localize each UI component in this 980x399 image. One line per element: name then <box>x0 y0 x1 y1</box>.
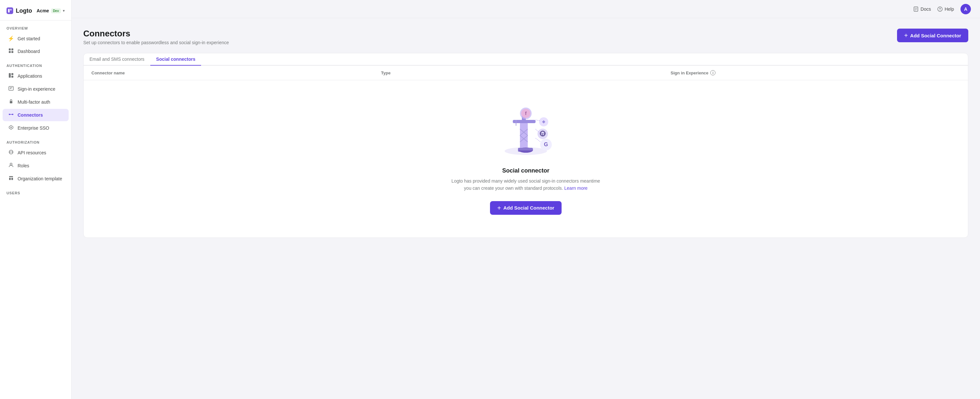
svg-line-50 <box>536 129 539 132</box>
help-icon <box>937 6 943 12</box>
svg-point-25 <box>940 10 940 11</box>
empty-state-description: Logto has provided many widely used soci… <box>448 177 604 192</box>
lightning-icon: ⚡ <box>8 35 14 41</box>
sidebar-item-label: Roles <box>18 163 29 168</box>
svg-text:G: G <box>544 142 548 147</box>
sidebar-item-enterprise-sso[interactable]: Enterprise SSO <box>3 122 68 134</box>
sidebar-item-label: Sign-in experience <box>18 86 55 92</box>
col-connector-name: Connector name <box>91 70 381 75</box>
sidebar-item-label: Applications <box>18 73 42 79</box>
page-subtitle: Set up connectors to enable passwordless… <box>83 40 229 45</box>
sidebar-item-dashboard[interactable]: Dashboard <box>3 45 68 57</box>
page-header-text: Connectors Set up connectors to enable p… <box>83 28 229 45</box>
docs-label: Docs <box>920 6 931 12</box>
help-label: Help <box>945 6 954 12</box>
tenant-badge[interactable]: Acme Dev ▾ <box>37 8 65 13</box>
empty-state: f G <box>84 80 968 238</box>
svg-rect-20 <box>9 176 13 177</box>
svg-rect-9 <box>11 76 13 78</box>
svg-rect-21 <box>9 178 11 180</box>
svg-rect-13 <box>10 101 12 103</box>
sidebar-item-applications[interactable]: Applications <box>3 70 68 82</box>
applications-icon <box>8 73 14 79</box>
roles-icon <box>8 163 14 169</box>
svg-point-14 <box>9 114 10 115</box>
sidebar-item-label: Multi-factor auth <box>18 100 50 104</box>
plus-icon: + <box>904 32 908 39</box>
page-content: Connectors Set up connectors to enable p… <box>72 18 980 399</box>
env-badge: Dev <box>51 8 61 13</box>
org-template-icon <box>8 176 14 182</box>
main-content: Docs Help A Connectors Set up connectors… <box>72 0 980 399</box>
svg-rect-38 <box>519 148 533 150</box>
svg-rect-22 <box>11 178 13 180</box>
svg-rect-45 <box>543 133 544 135</box>
add-social-connector-button-top[interactable]: + Add Social Connector <box>897 28 968 42</box>
sidebar-item-organization-template[interactable]: Organization template <box>3 173 68 185</box>
sidebar-item-label: Get started <box>18 36 40 41</box>
docs-link[interactable]: Docs <box>913 6 931 12</box>
svg-rect-1 <box>8 9 10 13</box>
page-title: Connectors <box>83 28 229 39</box>
svg-text:f: f <box>525 111 527 116</box>
section-authentication-label: Authentication <box>0 58 71 70</box>
svg-line-51 <box>536 138 541 142</box>
col-sign-in-experience: Sign in Experience i <box>671 70 960 75</box>
sidebar-item-mfa[interactable]: Multi-factor auth <box>3 96 68 108</box>
svg-point-43 <box>540 131 546 136</box>
empty-illustration: f G <box>493 100 558 158</box>
svg-point-17 <box>10 127 12 128</box>
svg-rect-2 <box>10 9 12 11</box>
svg-point-15 <box>12 114 13 115</box>
learn-more-link[interactable]: Learn more <box>564 185 588 191</box>
add-social-connector-button-empty[interactable]: + Add Social Connector <box>490 201 561 215</box>
help-link[interactable]: Help <box>937 6 954 12</box>
user-avatar[interactable]: A <box>961 4 971 14</box>
social-connector-illustration: f G <box>493 100 558 158</box>
svg-rect-6 <box>11 51 13 53</box>
sign-in-icon <box>8 86 14 92</box>
section-overview-label: Overview <box>0 21 71 32</box>
svg-rect-11 <box>10 87 12 88</box>
sidebar-item-label: Enterprise SSO <box>18 125 49 131</box>
connector-tabs: Email and SMS connectors Social connecto… <box>84 53 968 66</box>
svg-rect-44 <box>541 133 542 135</box>
sidebar-item-get-started[interactable]: ⚡ Get started <box>3 33 68 44</box>
logo-area: Logto Acme Dev ▾ <box>0 0 71 21</box>
api-icon <box>8 149 14 156</box>
chevron-down-icon: ▾ <box>63 8 65 13</box>
svg-rect-8 <box>11 73 13 75</box>
svg-rect-7 <box>9 73 11 78</box>
svg-rect-3 <box>9 48 11 51</box>
add-button-label: Add Social Connector <box>910 33 961 38</box>
sidebar-item-label: Connectors <box>18 112 43 118</box>
logto-logo-icon <box>6 6 13 16</box>
add-button-label: Add Social Connector <box>503 205 554 211</box>
svg-rect-4 <box>11 48 13 51</box>
section-authorization-label: Authorization <box>0 135 71 146</box>
svg-rect-0 <box>6 8 13 14</box>
col-type: Type <box>381 70 671 75</box>
dashboard-icon <box>8 48 14 55</box>
sign-in-experience-info-icon[interactable]: i <box>710 70 716 75</box>
table-header: Connector name Type Sign in Experience i <box>84 66 968 80</box>
sidebar: Logto Acme Dev ▾ Overview ⚡ Get started … <box>0 0 72 399</box>
sidebar-item-sign-in-experience[interactable]: Sign-in experience <box>3 83 68 95</box>
tab-email-sms[interactable]: Email and SMS connectors <box>84 53 150 66</box>
svg-rect-12 <box>10 89 11 89</box>
sidebar-item-label: API resources <box>18 150 46 155</box>
svg-point-19 <box>10 163 12 165</box>
sidebar-item-api-resources[interactable]: API resources <box>3 147 68 159</box>
section-users-label: Users <box>0 185 71 197</box>
sidebar-item-roles[interactable]: Roles <box>3 160 68 172</box>
sidebar-item-connectors[interactable]: Connectors <box>3 109 68 121</box>
lock-icon <box>8 99 14 105</box>
enterprise-sso-icon <box>8 125 14 131</box>
sidebar-item-label: Dashboard <box>18 49 40 54</box>
connectors-icon <box>8 112 14 118</box>
tenant-name: Acme <box>37 8 49 13</box>
connectors-table-card: Email and SMS connectors Social connecto… <box>83 53 968 238</box>
topbar: Docs Help A <box>72 0 980 18</box>
sidebar-item-label: Organization template <box>18 176 62 181</box>
tab-social[interactable]: Social connectors <box>150 53 201 66</box>
